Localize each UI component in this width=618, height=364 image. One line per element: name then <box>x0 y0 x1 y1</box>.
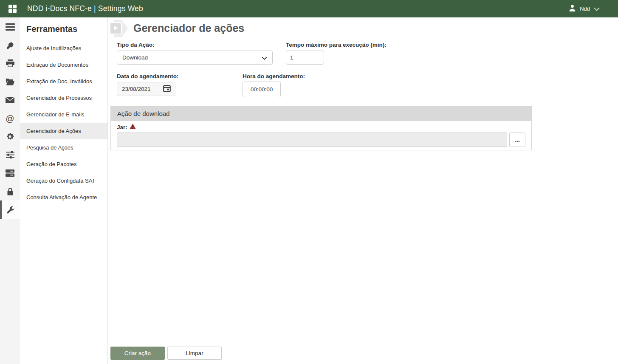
sidebar-item-geracao-pacotes[interactable]: Geração de Pacotes <box>20 156 107 172</box>
sidebar-item-geracao-configdata-sat[interactable]: Geração do Configdata SAT <box>20 172 107 189</box>
tempo-maximo-label: Tempo máximo para execução (min): <box>286 42 387 48</box>
rail-item-sliders[interactable] <box>0 146 20 164</box>
user-name: Ndd <box>580 6 590 12</box>
rail-item-folder[interactable] <box>0 73 20 91</box>
rail-item-server[interactable] <box>0 164 20 182</box>
tipo-acao-selected-value: Download <box>122 54 262 61</box>
limpar-button[interactable]: Limpar <box>167 347 222 360</box>
tempo-maximo-input[interactable] <box>286 51 324 65</box>
data-agendamento-label: Data do agendamento: <box>117 73 179 79</box>
rail-item-printer[interactable] <box>0 54 20 73</box>
page-title: Gerenciador de ações <box>133 22 244 34</box>
sidebar-title: Ferramentas <box>20 17 107 40</box>
sidebar-item-gerenciador-processos[interactable]: Gerenciador de Processos <box>20 90 107 106</box>
sidebar-item-pesquisa-acoes[interactable]: Pesquisa de Ações <box>20 139 107 156</box>
select-chevron-down-icon <box>262 54 267 62</box>
wrench-icon <box>6 206 14 214</box>
plug-icon <box>6 41 14 50</box>
user-icon <box>569 4 576 13</box>
sidebar-item-gerenciador-emails[interactable]: Gerenciador de E-mails <box>20 106 107 123</box>
tipo-acao-select[interactable]: Download <box>117 51 273 65</box>
app-title: NDD i-Docs NFC-e | Settings Web <box>27 4 143 13</box>
page-header: Gerenciador de ações <box>108 17 618 38</box>
rail-item-gear[interactable] <box>0 127 20 146</box>
rail-item-menu[interactable] <box>0 18 20 36</box>
jar-path-input <box>117 133 507 147</box>
jar-label: Jar: <box>117 124 127 130</box>
sidebar-ferramentas: Ferramentas Ajuste de Inutilizações Extr… <box>20 17 108 364</box>
rail-item-wrench[interactable] <box>0 200 20 219</box>
apps-grid-icon[interactable] <box>8 5 17 13</box>
lock-icon <box>6 187 14 196</box>
rail-item-mail[interactable] <box>0 91 20 109</box>
folder-open-icon <box>6 78 14 85</box>
tipo-acao-label: Tipo da Ação: <box>117 42 155 48</box>
top-bar: NDD i-Docs NFC-e | Settings Web Ndd <box>0 0 618 17</box>
play-action-icon <box>109 19 129 37</box>
rail-item-plug[interactable] <box>0 36 20 54</box>
sidebar-item-ajuste-inutilizacoes[interactable]: Ajuste de Inutilizações <box>20 40 107 56</box>
sidebar-item-extracao-doc-invalidos[interactable]: Extração de Doc. Inválidos <box>20 73 107 90</box>
gear-icon <box>6 132 14 141</box>
server-icon <box>6 169 14 177</box>
printer-icon <box>6 59 14 68</box>
acao-download-panel-title: Ação de download <box>111 107 531 121</box>
chevron-down-icon <box>594 5 600 13</box>
sidebar-item-consulta-ativacao-agente[interactable]: Consulta Ativação de Agente <box>20 189 107 206</box>
browse-jar-button[interactable]: ... <box>509 133 525 147</box>
rail-item-lock[interactable] <box>0 182 20 200</box>
warning-icon <box>130 123 136 131</box>
sidebar-item-gerenciador-acoes[interactable]: Gerenciador de Ações <box>20 123 107 139</box>
calendar-icon[interactable] <box>163 85 171 94</box>
icon-rail: @ <box>0 17 20 364</box>
data-agendamento-value: 23/08/2021 <box>122 86 163 92</box>
at-icon: @ <box>6 114 14 123</box>
acao-download-panel: Ação de download Jar: ... <box>110 106 532 150</box>
main-content: Gerenciador de ações Tipo da Ação: Downl… <box>108 17 618 364</box>
sidebar-item-extracao-documentos[interactable]: Extração de Documentos <box>20 56 107 73</box>
hora-agendamento-label: Hora do agendamento: <box>243 73 305 79</box>
sliders-icon <box>6 151 14 159</box>
rail-item-at[interactable]: @ <box>0 109 20 127</box>
data-agendamento-picker[interactable]: 23/08/2021 <box>117 82 175 96</box>
menu-icon <box>6 23 15 31</box>
user-menu[interactable]: Ndd <box>569 4 600 13</box>
mail-icon <box>6 97 14 103</box>
criar-acao-button[interactable]: Criar ação <box>110 347 165 360</box>
hora-agendamento-input[interactable] <box>243 82 281 97</box>
